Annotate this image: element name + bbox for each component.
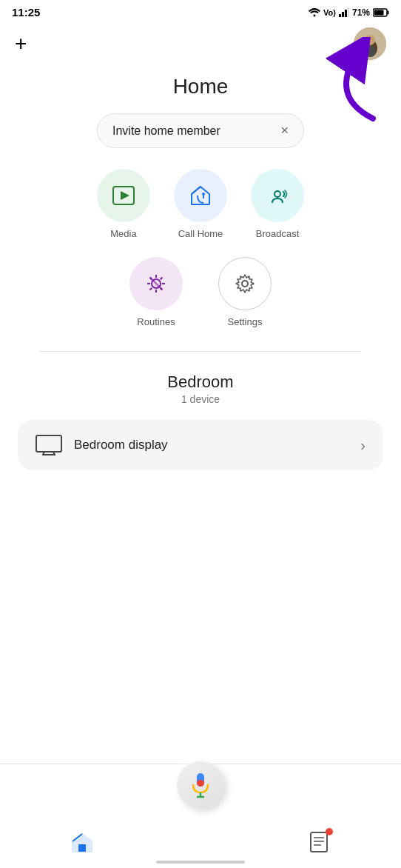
routines-label: Routines bbox=[137, 316, 175, 327]
add-button[interactable]: + bbox=[15, 33, 27, 54]
routines-circle bbox=[129, 257, 183, 310]
svg-rect-34 bbox=[197, 780, 204, 787]
svg-rect-7 bbox=[388, 10, 389, 14]
signal-label: Vo) bbox=[323, 8, 336, 17]
room-name: Bedroom bbox=[0, 373, 401, 392]
call-home-label: Call Home bbox=[178, 228, 223, 239]
media-icon bbox=[110, 182, 137, 209]
avatar-image bbox=[354, 27, 386, 60]
svg-point-28 bbox=[242, 281, 248, 287]
call-home-icon bbox=[187, 182, 214, 209]
routines-action[interactable]: Routines bbox=[129, 257, 183, 327]
mic-button[interactable] bbox=[177, 761, 224, 809]
svg-rect-39 bbox=[311, 832, 327, 852]
svg-rect-4 bbox=[348, 8, 349, 17]
microphone-icon bbox=[189, 772, 212, 798]
device-count: 1 device bbox=[0, 393, 401, 405]
status-bar: 11:25 Vo) 71% bbox=[0, 0, 401, 21]
monitor-icon bbox=[36, 435, 62, 455]
room-section: Bedroom 1 device bbox=[0, 373, 401, 405]
svg-point-17 bbox=[274, 191, 280, 197]
actions-row-1: Media Call Home bbox=[0, 169, 401, 239]
invite-banner[interactable]: Invite home member × bbox=[97, 113, 304, 148]
home-nav-icon bbox=[71, 831, 93, 853]
settings-circle bbox=[218, 257, 272, 310]
notification-badge bbox=[326, 828, 333, 835]
display-icon bbox=[36, 435, 62, 455]
broadcast-label: Broadcast bbox=[256, 228, 300, 239]
home-indicator bbox=[156, 861, 245, 864]
page-title: Home bbox=[0, 63, 401, 113]
nav-home[interactable] bbox=[71, 831, 93, 853]
svg-rect-3 bbox=[345, 10, 347, 17]
svg-marker-13 bbox=[121, 191, 129, 200]
nav-list[interactable] bbox=[308, 831, 330, 853]
status-time: 11:25 bbox=[12, 6, 40, 19]
svg-line-25 bbox=[161, 278, 163, 280]
svg-rect-29 bbox=[36, 435, 61, 452]
header: + bbox=[0, 21, 401, 63]
svg-point-15 bbox=[202, 193, 205, 196]
status-icons: Vo) 71% bbox=[309, 7, 389, 18]
routines-icon bbox=[143, 270, 169, 297]
svg-point-11 bbox=[364, 45, 376, 57]
device-name: Bedroom display bbox=[74, 437, 168, 453]
settings-label: Settings bbox=[228, 316, 263, 327]
invite-close-button[interactable]: × bbox=[280, 123, 289, 138]
actions-row-2: Routines Settings bbox=[0, 257, 401, 327]
svg-rect-1 bbox=[339, 14, 341, 17]
device-chevron: › bbox=[360, 437, 365, 454]
svg-line-26 bbox=[150, 288, 152, 290]
battery-level: 71% bbox=[352, 7, 370, 18]
mic-area bbox=[177, 761, 224, 809]
invite-text: Invite home member bbox=[112, 124, 273, 138]
avatar[interactable] bbox=[354, 27, 386, 60]
battery-icon bbox=[373, 8, 389, 17]
svg-point-0 bbox=[314, 14, 316, 16]
broadcast-icon bbox=[264, 182, 291, 209]
bottom-nav bbox=[0, 831, 401, 853]
call-home-action[interactable]: Call Home bbox=[174, 169, 227, 239]
settings-icon bbox=[232, 270, 258, 297]
media-action[interactable]: Media bbox=[97, 169, 150, 239]
svg-rect-6 bbox=[374, 10, 384, 15]
section-divider bbox=[40, 351, 361, 352]
settings-action[interactable]: Settings bbox=[218, 257, 272, 327]
svg-rect-38 bbox=[78, 844, 86, 852]
device-left: Bedroom display bbox=[36, 435, 168, 455]
signal-bars-icon bbox=[339, 8, 349, 17]
device-card[interactable]: Bedroom display › bbox=[18, 420, 383, 470]
media-label: Media bbox=[110, 228, 136, 239]
svg-point-10 bbox=[365, 35, 375, 45]
media-circle bbox=[97, 169, 150, 222]
wifi-icon bbox=[309, 8, 320, 17]
svg-rect-2 bbox=[342, 12, 344, 17]
broadcast-action[interactable]: Broadcast bbox=[251, 169, 304, 239]
broadcast-circle bbox=[251, 169, 304, 222]
call-home-circle bbox=[174, 169, 227, 222]
